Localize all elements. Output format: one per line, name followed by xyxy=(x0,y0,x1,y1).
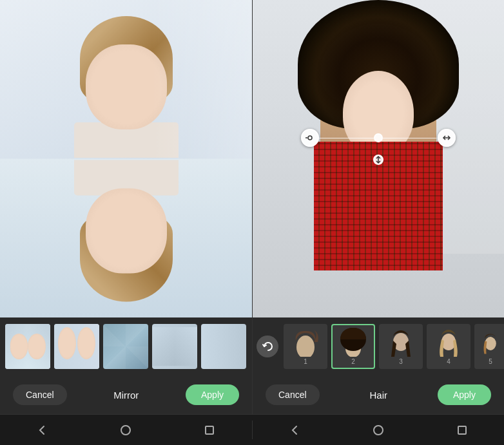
right-image-area xyxy=(253,0,504,317)
right-controls: Cancel Hair Apply xyxy=(253,375,504,414)
right-apply-button[interactable]: Apply xyxy=(438,384,491,405)
svg-point-4 xyxy=(296,336,315,357)
mirror-thumb-2[interactable] xyxy=(54,324,99,369)
left-cancel-button[interactable]: Cancel xyxy=(13,384,67,405)
hair-style-5-label: 5 xyxy=(489,358,492,365)
left-nav xyxy=(0,415,252,445)
hair-style-4-label: 4 xyxy=(447,358,451,365)
left-back-button[interactable] xyxy=(29,417,55,443)
left-thumbnail-bar xyxy=(0,317,252,375)
right-recents-button[interactable] xyxy=(449,417,475,443)
hair-style-1-label: 1 xyxy=(304,358,307,365)
right-effect-label: Hair xyxy=(370,390,388,401)
right-home-button[interactable] xyxy=(365,417,391,443)
right-panel: 1 2 3 xyxy=(252,0,504,414)
hair-style-2[interactable]: 2 xyxy=(331,324,375,369)
left-effect-label: Mirror xyxy=(113,390,139,401)
center-handle[interactable] xyxy=(374,133,383,142)
svg-rect-11 xyxy=(206,426,213,434)
left-apply-button[interactable]: Apply xyxy=(186,384,239,405)
right-back-button[interactable] xyxy=(282,417,307,443)
resize-handle[interactable] xyxy=(438,129,456,147)
hair-style-1[interactable]: 1 xyxy=(284,324,327,369)
svg-point-0 xyxy=(308,136,312,140)
right-thumbnail-bar: 1 2 3 xyxy=(253,317,504,375)
mirror-thumb-4[interactable] xyxy=(152,324,197,369)
svg-point-12 xyxy=(374,426,383,435)
hair-style-2-label: 2 xyxy=(351,358,355,365)
svg-point-10 xyxy=(121,426,130,435)
svg-rect-13 xyxy=(458,426,466,434)
hair-adjust-controls xyxy=(301,129,456,147)
left-panel: Cancel Mirror Apply xyxy=(0,0,252,414)
undo-button[interactable] xyxy=(257,336,278,357)
rotate-handle[interactable] xyxy=(301,129,319,147)
nav-bar xyxy=(0,414,504,445)
mirror-thumb-5[interactable] xyxy=(201,324,246,369)
left-image-area xyxy=(0,0,252,317)
mirror-thumb-3[interactable] xyxy=(103,324,148,369)
right-nav xyxy=(253,415,505,445)
hair-style-5[interactable]: 5 xyxy=(474,324,504,369)
right-cancel-button[interactable]: Cancel xyxy=(266,384,320,405)
left-recents-button[interactable] xyxy=(197,417,222,443)
hair-style-4[interactable]: 4 xyxy=(427,324,470,369)
left-home-button[interactable] xyxy=(113,417,139,443)
mirror-thumb-1[interactable] xyxy=(5,324,50,369)
hair-style-3[interactable]: 3 xyxy=(379,324,423,369)
left-controls: Cancel Mirror Apply xyxy=(0,375,252,414)
bottom-handle[interactable] xyxy=(373,155,383,165)
hair-style-3-label: 3 xyxy=(399,358,403,365)
